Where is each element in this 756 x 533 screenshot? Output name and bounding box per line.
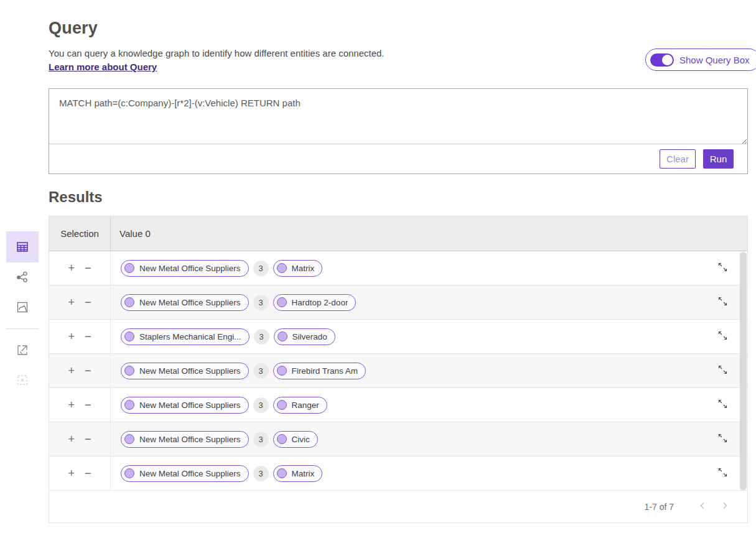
run-button[interactable]: Run (703, 149, 734, 169)
node-icon (278, 331, 287, 341)
query-page: Query You can query a knowledge graph to… (0, 0, 756, 533)
source-node-chip[interactable]: New Metal Office Suppliers (121, 363, 249, 379)
expand-row-button[interactable] (714, 361, 731, 380)
vertical-scrollbar[interactable] (740, 252, 747, 490)
add-selection-button[interactable]: + (67, 261, 76, 275)
node-icon (277, 468, 287, 478)
expand-row-button[interactable] (714, 430, 731, 448)
remove-selection-button[interactable]: − (83, 330, 93, 343)
toggle-switch-icon[interactable] (650, 53, 674, 67)
chevron-right-icon (720, 503, 730, 512)
chart-view-tab[interactable] (6, 292, 39, 322)
query-input[interactable]: MATCH path=(c:Company)-[r*2]-(v:Vehicle)… (49, 89, 747, 144)
node-icon (124, 366, 134, 376)
expand-icon (717, 402, 729, 412)
rail-divider (6, 328, 39, 329)
export-tab[interactable] (6, 335, 39, 365)
results-table-body: + − New Metal Office Suppliers 3 Matrix … (49, 251, 747, 491)
table-row: + − New Metal Office Suppliers 3 Hardtop… (49, 285, 747, 320)
selection-cell: + − (49, 320, 111, 353)
clear-button[interactable]: Clear (660, 149, 696, 169)
remove-selection-button[interactable]: − (83, 261, 93, 275)
remove-selection-button[interactable]: − (83, 432, 93, 446)
node-icon (124, 468, 134, 478)
expand-row-button[interactable] (714, 327, 731, 346)
expand-row-button[interactable] (714, 259, 731, 277)
target-node-chip[interactable]: Ranger (273, 397, 327, 414)
target-node-chip[interactable]: Firebird Trans Am (273, 363, 366, 379)
add-selection-button[interactable]: + (67, 295, 76, 309)
remove-selection-button[interactable]: − (83, 398, 93, 412)
expand-icon (717, 368, 729, 378)
hop-count-badge: 3 (253, 466, 269, 481)
path-cell: New Metal Office Suppliers 3 Firebird Tr… (111, 354, 698, 387)
table-row: + − New Metal Office Suppliers 3 Matrix (49, 457, 747, 491)
source-node-chip[interactable]: New Metal Office Suppliers (121, 260, 249, 277)
hop-count-badge: 3 (254, 329, 269, 345)
path-cell: New Metal Office Suppliers 3 Civic (111, 422, 698, 456)
expand-row-button[interactable] (714, 293, 731, 312)
selection-cell: + − (49, 457, 111, 490)
target-node-chip[interactable]: Civic (273, 431, 318, 448)
node-icon (124, 331, 134, 341)
widget-tab-disabled (6, 365, 39, 395)
node-icon (277, 366, 287, 376)
previous-page-button[interactable] (691, 498, 714, 515)
graph-view-icon (16, 271, 29, 284)
pagination-range-label: 1-7 of 7 (645, 502, 674, 512)
source-node-chip[interactable]: Staplers Mechanical Engi... (121, 328, 250, 345)
table-row: + − New Metal Office Suppliers 3 Civic (49, 422, 747, 457)
source-node-chip[interactable]: New Metal Office Suppliers (121, 431, 249, 448)
hop-count-badge: 3 (253, 261, 269, 276)
path-cell: New Metal Office Suppliers 3 Matrix (111, 251, 698, 285)
export-icon (16, 343, 29, 357)
expand-row-button[interactable] (714, 464, 731, 483)
source-node-chip[interactable]: New Metal Office Suppliers (121, 397, 249, 414)
node-icon (277, 434, 287, 444)
path-cell: Staplers Mechanical Engi... 3 Silverado (111, 320, 698, 353)
hop-count-badge: 3 (253, 363, 269, 379)
table-view-icon (15, 239, 30, 254)
expand-icon (717, 266, 729, 275)
table-view-tab[interactable] (6, 231, 39, 262)
query-editor-panel: MATCH path=(c:Company)-[r*2]-(v:Vehicle)… (49, 88, 748, 174)
hop-count-badge: 3 (253, 295, 269, 310)
table-row: + − New Metal Office Suppliers 3 Firebir… (49, 354, 747, 388)
path-cell: New Metal Office Suppliers 3 Matrix (111, 457, 698, 490)
add-selection-button[interactable]: + (67, 364, 76, 378)
graph-view-tab[interactable] (6, 262, 39, 292)
view-switcher-rail (6, 231, 39, 395)
toggle-knob (662, 55, 673, 65)
hop-count-badge: 3 (253, 432, 269, 447)
source-node-chip[interactable]: New Metal Office Suppliers (121, 465, 249, 482)
node-icon (124, 297, 134, 307)
chart-view-icon (16, 300, 29, 314)
learn-more-link[interactable]: Learn more about Query (49, 62, 157, 72)
expand-row-button[interactable] (714, 396, 731, 414)
next-page-button[interactable] (714, 498, 736, 515)
add-selection-button[interactable]: + (67, 432, 76, 446)
query-actions-bar: Clear Run (49, 144, 747, 174)
remove-selection-button[interactable]: − (83, 466, 93, 480)
table-pagination: 1-7 of 7 (49, 491, 747, 522)
source-node-chip[interactable]: New Metal Office Suppliers (121, 294, 249, 311)
expand-icon (717, 334, 729, 343)
add-selection-button[interactable]: + (67, 330, 76, 343)
target-node-chip[interactable]: Silverado (274, 328, 335, 345)
add-selection-button[interactable]: + (67, 466, 76, 480)
target-node-chip[interactable]: Matrix (273, 465, 323, 482)
expand-icon (717, 471, 729, 480)
expand-icon (717, 437, 729, 446)
target-node-chip[interactable]: Matrix (273, 260, 323, 277)
page-title: Query (49, 19, 98, 38)
add-selection-button[interactable]: + (67, 398, 76, 412)
target-node-chip[interactable]: Hardtop 2-door (273, 294, 357, 311)
node-icon (277, 263, 287, 273)
widget-icon (16, 373, 29, 387)
toggle-label: Show Query Box (679, 55, 750, 65)
results-title: Results (49, 188, 103, 206)
remove-selection-button[interactable]: − (83, 295, 93, 309)
selection-cell: + − (49, 388, 111, 422)
show-query-box-toggle[interactable]: Show Query Box (645, 49, 756, 71)
remove-selection-button[interactable]: − (83, 364, 93, 378)
